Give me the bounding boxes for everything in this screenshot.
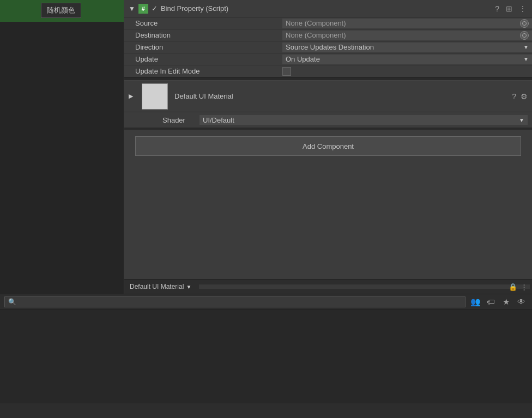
chinese-button[interactable]: 随机颜色 [41, 3, 81, 18]
update-edit-mode-value [282, 67, 532, 76]
tab-scrollbar[interactable] [199, 284, 530, 289]
search-icon: 🔍 [8, 298, 16, 306]
source-field-text: None (Component) [286, 19, 520, 27]
material-name: Default UI Material [174, 92, 507, 100]
destination-field-text: None (Component) [286, 31, 520, 39]
filter-tag-btn[interactable]: 🏷 [484, 295, 497, 308]
destination-value: None (Component) [282, 31, 532, 40]
update-dropdown-arrow: ▼ [523, 56, 529, 62]
shader-label: Shader [162, 116, 195, 124]
material-header: ▶ Default UI Material ? ⚙ [124, 81, 532, 112]
source-picker[interactable] [520, 19, 529, 28]
project-toolbar: 🔍 👥 🏷 ★ 👁 [0, 294, 532, 310]
material-expand-arrow[interactable]: ▶ [129, 93, 133, 100]
destination-label: Destination [135, 31, 282, 39]
slider-button[interactable]: ⊞ [505, 3, 513, 14]
search-bar[interactable]: 🔍 [4, 296, 466, 307]
shader-dropdown[interactable]: UI/Default ▼ [200, 115, 528, 125]
destination-picker-inner [522, 33, 527, 38]
collapse-arrow[interactable]: ▼ [129, 5, 135, 13]
filter-people-btn[interactable]: 👥 [469, 295, 482, 308]
material-gear-btn[interactable]: ⚙ [521, 92, 528, 101]
lock-area: 🔒 ⋮ [505, 279, 532, 294]
update-dropdown[interactable]: On Update ▼ [282, 54, 532, 64]
tab-dropdown-arrow: ▼ [186, 284, 191, 290]
source-row: Source None (Component) [124, 17, 532, 29]
hash-icon: # [138, 4, 148, 14]
update-edit-mode-checkbox[interactable] [282, 67, 291, 76]
source-label: Source [135, 19, 282, 27]
header-icons: ? ⊞ ⋮ [494, 3, 528, 14]
inspector-more-icon[interactable]: ⋮ [521, 283, 528, 291]
direction-label: Direction [135, 43, 282, 51]
search-input[interactable] [19, 298, 462, 306]
filter-eye-btn[interactable]: 👁 [515, 295, 528, 308]
shader-dropdown-arrow: ▼ [519, 117, 524, 123]
destination-field[interactable]: None (Component) [282, 31, 532, 40]
update-row: Update On Update ▼ [124, 53, 532, 65]
component-title: Bind Property (Script) [161, 4, 491, 13]
source-field[interactable]: None (Component) [282, 19, 532, 28]
destination-row: Destination None (Component) [124, 29, 532, 41]
bottom-tab-bar: Default UI Material ▼ [124, 279, 532, 294]
project-bottom-bar [0, 403, 532, 418]
section-separator [124, 128, 532, 130]
more-button[interactable]: ⋮ [518, 3, 528, 14]
material-help-btn[interactable]: ? [512, 92, 516, 101]
direction-dropdown[interactable]: Source Updates Destination ▼ [282, 43, 532, 52]
filter-star-btn[interactable]: ★ [499, 295, 512, 308]
material-tab[interactable]: Default UI Material ▼ [124, 280, 197, 294]
project-toolbar-right: 👥 🏷 ★ 👁 [469, 295, 528, 308]
update-dropdown-text: On Update [286, 55, 523, 63]
direction-dropdown-arrow: ▼ [523, 44, 529, 50]
add-component-button[interactable]: Add Component [135, 136, 521, 156]
update-value: On Update ▼ [282, 54, 532, 64]
material-section: ▶ Default UI Material ? ⚙ Shader UI/Defa… [124, 81, 532, 128]
direction-value: Source Updates Destination ▼ [282, 43, 532, 52]
inspector-panel: ▼ # ✓ Bind Property (Script) ? ⊞ ⋮ Sourc… [124, 0, 532, 294]
material-preview [142, 83, 168, 110]
help-button[interactable]: ? [494, 3, 500, 14]
update-edit-mode-row: Update In Edit Mode [124, 65, 532, 77]
material-tab-name: Default UI Material [130, 283, 184, 290]
direction-row: Direction Source Updates Destination ▼ [124, 41, 532, 53]
update-label: Update [135, 55, 282, 63]
shader-dropdown-text: UI/Default [203, 116, 519, 124]
project-content [0, 310, 532, 403]
shader-row: Shader UI/Default ▼ [124, 112, 532, 128]
enable-checkbox[interactable]: ✓ [152, 4, 158, 13]
source-picker-inner [522, 21, 527, 26]
lock-icon[interactable]: 🔒 [509, 283, 517, 291]
component-header: ▼ # ✓ Bind Property (Script) ? ⊞ ⋮ [124, 0, 532, 17]
source-value: None (Component) [282, 19, 532, 28]
direction-dropdown-text: Source Updates Destination [286, 43, 523, 51]
left-panel: 随机颜色 [0, 0, 124, 294]
update-edit-mode-label: Update In Edit Mode [135, 67, 282, 75]
project-panel: 🔍 👥 🏷 ★ 👁 [0, 294, 532, 418]
destination-picker[interactable] [520, 31, 529, 40]
